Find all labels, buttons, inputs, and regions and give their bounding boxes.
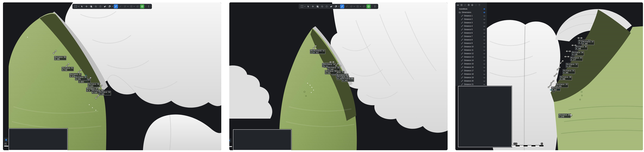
cursor-button[interactable] (80, 4, 84, 8)
visibility-off-icon[interactable] (483, 14, 486, 17)
image-adjust-button[interactable] (315, 4, 320, 8)
tree-item-distance-3[interactable]: Distance 3 (455, 21, 487, 24)
measure-label[interactable]: Distance 0.263 (551, 86, 560, 91)
circle-off-button[interactable] (362, 4, 366, 8)
visibility-on-icon[interactable] (483, 11, 486, 14)
chevron-down-icon[interactable] (338, 4, 340, 8)
visibility-off-icon[interactable] (483, 66, 486, 68)
tree-item-distance-11[interactable]: Distance 11 (455, 48, 487, 52)
slash-button[interactable] (345, 4, 349, 8)
visibility-off-icon[interactable] (483, 42, 486, 44)
move-button[interactable] (84, 4, 88, 8)
viewport-middle[interactable]: Distance 68 2.8Distance 52 0.322Distance… (229, 2, 448, 150)
lasso-button[interactable] (123, 4, 127, 8)
tree-item-distance-13[interactable]: Distance 13 (455, 55, 487, 58)
image-adjust-button[interactable] (89, 4, 93, 8)
circle-off-button[interactable] (136, 4, 140, 8)
measure-label[interactable]: Distance 61 0.243 (342, 77, 354, 82)
visibility-off-icon[interactable] (483, 28, 486, 31)
visibility-off-icon[interactable] (483, 56, 486, 58)
deselect-box-button[interactable] (356, 4, 360, 8)
measure-label[interactable]: Distance 50 0.206 (54, 56, 66, 60)
visibility-off-icon[interactable] (483, 35, 486, 38)
deselect-box-button[interactable] (129, 4, 134, 8)
measure-label[interactable]: Distance 30 0.408 (560, 76, 572, 80)
visibility-off-icon[interactable] (483, 73, 486, 75)
measure-label[interactable]: Distance 28 1.279 (558, 114, 571, 118)
measure-label[interactable]: Distance 33 0.177 (570, 57, 583, 61)
tree-item-distance-20[interactable]: Distance 20 (455, 79, 487, 82)
tree-item-dimensions[interactable]: Dimensions (455, 10, 487, 14)
circle-down-button[interactable] (470, 3, 474, 6)
visibility-off-icon[interactable] (483, 76, 486, 79)
cube-add-button[interactable] (320, 4, 324, 8)
tree-item-distance-5[interactable]: Distance 5 (455, 28, 487, 31)
tree-item-distance-21[interactable]: Distance 21 (455, 82, 487, 86)
measure-label[interactable]: Distance 34 0.178 (572, 51, 584, 56)
marquee-select-button[interactable] (300, 4, 304, 8)
kebab-button[interactable] (373, 4, 377, 8)
viewport-left[interactable]: Distance 50 0.206Distance 51 0.718Distan… (3, 2, 221, 150)
shaded-sphere-button[interactable] (103, 4, 107, 8)
knife-button[interactable] (340, 4, 344, 8)
measure-label[interactable]: Distance 51 0.718 (62, 67, 74, 71)
visibility-off-icon[interactable] (483, 32, 486, 34)
tree-item-distance-4[interactable]: Distance 4 (455, 24, 487, 28)
nav-wheel-button[interactable] (324, 4, 329, 8)
measure-label[interactable]: Distance 54 0.194 (98, 91, 111, 95)
visibility-off-icon[interactable] (483, 80, 486, 82)
trash-button[interactable] (478, 3, 481, 6)
cube-add-button[interactable] (94, 4, 98, 8)
lasso-button[interactable] (349, 4, 354, 8)
measure-label[interactable]: Distance 58 0.219 (88, 83, 100, 87)
confirm-check-button[interactable] (366, 4, 370, 8)
chevron-down-icon[interactable] (134, 4, 135, 8)
chevron-down-icon[interactable] (127, 4, 129, 8)
visibility-off-icon[interactable] (483, 49, 486, 51)
tree-item-distance-18[interactable]: Distance 18 (455, 72, 487, 76)
tree-item-distance-16[interactable]: Distance 16 (455, 66, 487, 69)
cursor-button[interactable] (306, 4, 310, 8)
tree-item-distance-8[interactable]: Distance 8 (455, 38, 487, 42)
duplicate-button[interactable] (108, 4, 112, 8)
tree-item-distance-10[interactable]: Distance 10 (455, 45, 487, 48)
visibility-off-icon[interactable] (483, 59, 486, 62)
visibility-off-icon[interactable] (483, 38, 486, 41)
marquee-select-button[interactable] (74, 4, 78, 8)
tree-item-distance-1[interactable]: Distance 1 (455, 14, 487, 18)
select-grid-button[interactable] (460, 3, 463, 6)
visibility-off-icon[interactable] (483, 18, 486, 20)
measure-label[interactable]: Distance 37 0.160 (582, 40, 594, 45)
knife-button[interactable] (114, 4, 118, 8)
glasses-button[interactable] (456, 3, 460, 6)
slash-button[interactable] (118, 4, 122, 8)
visibility-off-icon[interactable] (483, 25, 486, 27)
measure-label[interactable]: Distance 35 0.146 (575, 46, 588, 50)
visibility-off-icon[interactable] (483, 52, 486, 55)
tree-item-distance-2[interactable]: Distance 2 (455, 18, 487, 21)
overview-inset-box[interactable] (458, 86, 512, 147)
tree-item-distance-7[interactable]: Distance 7 (455, 34, 487, 38)
measure-label[interactable]: Distance 32 0.317 (566, 63, 578, 68)
notification-bell-button[interactable] (229, 138, 232, 143)
visibility-off-icon[interactable] (483, 62, 486, 65)
shaded-sphere-button[interactable] (329, 4, 334, 8)
visibility-off-icon[interactable] (483, 83, 486, 86)
tree-item-distance-9[interactable]: Distance 9 (455, 42, 487, 45)
tree-item-distance-17[interactable]: Distance 17 (455, 69, 487, 72)
overview-inset-box[interactable] (233, 129, 292, 150)
visibility-off-icon[interactable] (483, 46, 486, 48)
nav-wheel-button[interactable] (98, 4, 102, 8)
chevron-down-icon[interactable] (354, 4, 355, 8)
tree-item-distance-19[interactable]: Distance 19 (455, 76, 487, 79)
move-button[interactable] (311, 4, 315, 8)
mesh-scene-left[interactable] (3, 2, 221, 150)
chevron-down-icon[interactable] (112, 4, 113, 8)
chevron-down-icon[interactable] (78, 4, 79, 8)
kebab-button[interactable] (146, 4, 151, 8)
visibility-on-icon[interactable] (483, 8, 486, 10)
visibility-off-icon[interactable] (483, 70, 486, 72)
confirm-check-button[interactable] (140, 4, 144, 8)
measure-label[interactable]: Distance 59 0.378 (325, 70, 337, 74)
duplicate-button[interactable] (334, 4, 338, 8)
